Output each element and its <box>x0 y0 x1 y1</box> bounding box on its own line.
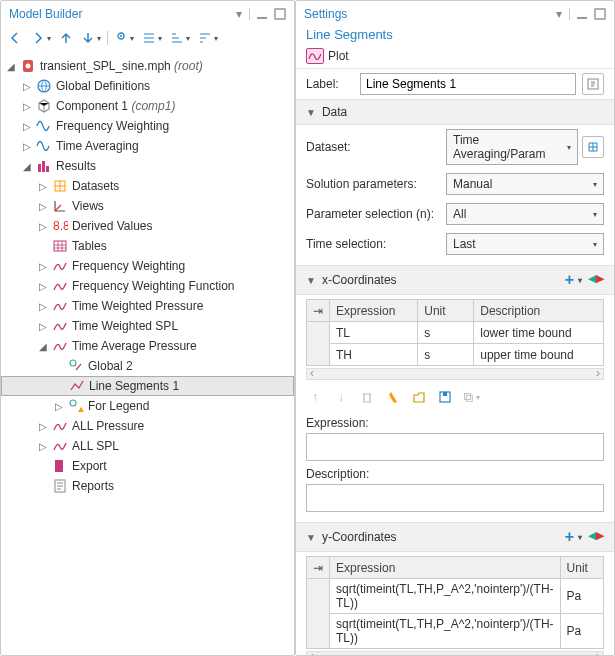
time-selection-combo[interactable]: Last▾ <box>446 233 604 255</box>
clear-button[interactable] <box>384 388 402 406</box>
table-row[interactable]: sqrt(timeint(TL,TH,P_A^2,'nointerp')/(TH… <box>307 579 604 614</box>
svg-rect-11 <box>54 241 66 251</box>
tree-global2[interactable]: Global 2 <box>1 356 294 376</box>
open-button[interactable] <box>410 388 428 406</box>
expand-button[interactable]: ▾ <box>196 30 220 46</box>
go-to-button[interactable] <box>582 73 604 95</box>
move-up-button[interactable]: ↑ <box>306 388 324 406</box>
table-scroll-horizontal[interactable] <box>306 368 604 380</box>
panel-menu-icon[interactable]: ▾ <box>236 7 243 21</box>
col-unit[interactable]: Unit <box>418 300 474 322</box>
show-button[interactable]: ▾ <box>112 30 136 46</box>
minimize-icon[interactable] <box>256 8 268 20</box>
tree-component1[interactable]: ▷ Component 1 (comp1) <box>1 96 294 116</box>
param-selection-row: Parameter selection (n): All▾ <box>296 199 614 229</box>
expression-input[interactable] <box>306 433 604 461</box>
tree-results[interactable]: ◢ Results <box>1 156 294 176</box>
tree-datasets[interactable]: ▷ Datasets <box>1 176 294 196</box>
xcoords-add-button[interactable]: +▾ <box>565 271 582 289</box>
tree-for-legend[interactable]: ▷For Legend <box>1 396 294 416</box>
tree-tables[interactable]: Tables <box>1 236 294 256</box>
collapse-button[interactable]: ▾ <box>140 30 164 46</box>
tree-all-pressure[interactable]: ▷ALL Pressure <box>1 416 294 436</box>
svg-rect-21 <box>465 394 471 400</box>
plot-button-label[interactable]: Plot <box>328 49 349 63</box>
label-input[interactable] <box>360 73 576 95</box>
panel-menu-icon[interactable]: ▾ <box>556 7 563 21</box>
minimize-icon[interactable] <box>576 8 588 20</box>
tree-global-defs[interactable]: ▷ Global Definitions <box>1 76 294 96</box>
maximize-icon[interactable] <box>594 8 606 20</box>
plot-icon <box>52 278 68 294</box>
data-section-header[interactable]: ▼Data <box>296 99 614 125</box>
col-expression[interactable]: Expression <box>330 300 418 322</box>
sort-button[interactable]: ▾ <box>168 30 192 46</box>
table-row[interactable]: sqrt(timeint(TL,TH,P_A^2,'nointerp')/(TH… <box>307 614 604 649</box>
tree-time-weighted-pressure[interactable]: ▷Time Weighted Pressure <box>1 296 294 316</box>
plot-icon <box>52 438 68 454</box>
line-segments-icon <box>69 378 85 394</box>
back-button[interactable] <box>7 30 25 46</box>
ycoords-section-header[interactable]: ▼y-Coordinates +▾ ◀▶ <box>296 522 614 552</box>
table-icon <box>52 238 68 254</box>
dataset-row: Dataset: Time Averaging/Param▾ <box>296 125 614 169</box>
tree-derived-values[interactable]: ▷ 8.85 Derived Values <box>1 216 294 236</box>
table-corner-icon[interactable]: ⇥ <box>313 304 323 318</box>
report-icon <box>52 478 68 494</box>
tree-time-avg-pressure[interactable]: ◢Time Average Pressure <box>1 336 294 356</box>
ycoords-add-button[interactable]: +▾ <box>565 528 582 546</box>
move-down-button[interactable]: ↓ <box>332 388 350 406</box>
col-description[interactable]: Description <box>474 300 604 322</box>
delete-button[interactable] <box>358 388 376 406</box>
save-button[interactable] <box>436 388 454 406</box>
plot-icon[interactable] <box>306 48 324 64</box>
ycoords-table[interactable]: ⇥ Expression Unit sqrt(timeint(TL,TH,P_A… <box>306 556 604 649</box>
svg-text:8.85: 8.85 <box>53 219 68 233</box>
param-selection-combo[interactable]: All▾ <box>446 203 604 225</box>
axes-icon <box>52 198 68 214</box>
tree-views[interactable]: ▷ Views <box>1 196 294 216</box>
xcoords-table[interactable]: ⇥ Expression Unit Description TL s lower… <box>306 299 604 366</box>
col-expression[interactable]: Expression <box>330 557 561 579</box>
tree-freq-weighting[interactable]: ▷ Frequency Weighting <box>1 116 294 136</box>
col-unit[interactable]: Unit <box>560 557 603 579</box>
table-scroll-horizontal[interactable] <box>306 651 604 656</box>
dataset-go-button[interactable] <box>582 136 604 158</box>
chevron-down-icon: ▼ <box>306 107 316 118</box>
tree-time-weighted-spl[interactable]: ▷Time Weighted SPL <box>1 316 294 336</box>
duplicate-button[interactable]: ▾ <box>462 388 480 406</box>
solution-params-row: Solution parameters: Manual▾ <box>296 169 614 199</box>
ycoords-insert-button[interactable]: ◀▶ <box>588 528 604 546</box>
tree-freq-weighting-result[interactable]: ▷Frequency Weighting <box>1 256 294 276</box>
tree-all-spl[interactable]: ▷ALL SPL <box>1 436 294 456</box>
maximize-icon[interactable] <box>274 8 286 20</box>
twisty-open-icon[interactable]: ◢ <box>5 61 17 72</box>
svg-rect-1 <box>275 9 285 19</box>
description-input[interactable] <box>306 484 604 512</box>
tree-freq-weighting-fn[interactable]: ▷Frequency Weighting Function <box>1 276 294 296</box>
svg-rect-17 <box>595 9 605 19</box>
data-section-body: Dataset: Time Averaging/Param▾ Solution … <box>296 125 614 265</box>
twisty-closed-icon[interactable]: ▷ <box>21 81 33 92</box>
tree-line-segments1[interactable]: Line Segments 1 <box>1 376 294 396</box>
tree-reports[interactable]: Reports <box>1 476 294 496</box>
chevron-down-icon: ▼ <box>306 275 316 286</box>
xcoords-section-header[interactable]: ▼x-Coordinates +▾ ◀▶ <box>296 265 614 295</box>
table-row[interactable]: TL s lower time bound <box>307 322 604 344</box>
tree-root[interactable]: ◢ transient_SPL_sine.mph (root) <box>1 56 294 76</box>
tree-export[interactable]: Export <box>1 456 294 476</box>
ycoords-section-body: ⇥ Expression Unit sqrt(timeint(TL,TH,P_A… <box>296 552 614 656</box>
table-row[interactable]: TH s upper time bound <box>307 344 604 366</box>
svg-point-3 <box>120 35 122 37</box>
xcoords-insert-button[interactable]: ◀▶ <box>588 271 604 289</box>
svg-point-12 <box>70 360 76 366</box>
tree-time-averaging[interactable]: ▷ Time Averaging <box>1 136 294 156</box>
up-button[interactable] <box>57 30 75 46</box>
down-button[interactable]: ▾ <box>79 30 103 46</box>
table-corner-icon[interactable]: ⇥ <box>313 561 323 575</box>
solution-params-combo[interactable]: Manual▾ <box>446 173 604 195</box>
expression-field-label: Expression: <box>306 416 604 430</box>
model-tree[interactable]: ◢ transient_SPL_sine.mph (root) ▷ Global… <box>1 52 294 655</box>
dataset-combo[interactable]: Time Averaging/Param▾ <box>446 129 578 165</box>
forward-button[interactable]: ▾ <box>29 30 53 46</box>
